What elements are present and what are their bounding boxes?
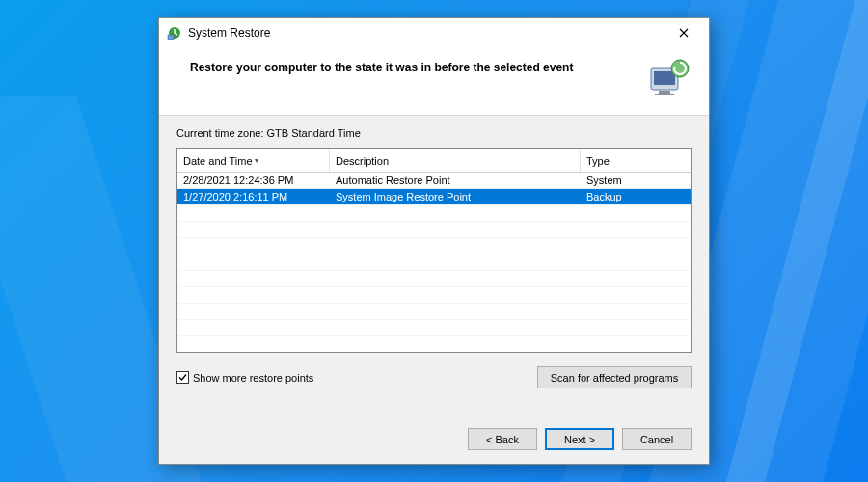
- restore-graphic-icon: [645, 59, 692, 97]
- cell-type: Backup: [581, 191, 691, 202]
- footer-buttons: < Back Next > Cancel: [159, 416, 709, 464]
- table-header: Date and Time ▾ Description Type: [177, 149, 691, 173]
- header-heading: Restore your computer to the state it wa…: [190, 59, 637, 74]
- column-header-date-label: Date and Time: [183, 155, 253, 167]
- table-row[interactable]: 1/27/2020 2:16:11 PM System Image Restor…: [177, 189, 691, 205]
- cell-description: Automatic Restore Point: [330, 174, 581, 186]
- column-header-description[interactable]: Description: [330, 149, 581, 172]
- column-header-type[interactable]: Type: [581, 149, 691, 172]
- checkbox-box: [176, 371, 189, 384]
- svg-rect-5: [655, 94, 674, 95]
- scan-affected-button[interactable]: Scan for affected programs: [537, 366, 692, 388]
- titlebar[interactable]: System Restore: [159, 18, 709, 47]
- below-table-row: Show more restore points Scan for affect…: [176, 366, 692, 388]
- close-button[interactable]: [665, 19, 703, 46]
- back-button[interactable]: < Back: [468, 428, 537, 450]
- sort-descending-icon: ▾: [255, 156, 258, 165]
- column-header-type-label: Type: [586, 155, 610, 167]
- content-area: Current time zone: GTB Standard Time Dat…: [159, 116, 709, 416]
- show-more-checkbox[interactable]: Show more restore points: [176, 371, 313, 384]
- column-header-date[interactable]: Date and Time ▾: [177, 149, 330, 172]
- checkmark-icon: [177, 372, 188, 383]
- svg-rect-3: [654, 71, 675, 85]
- svg-rect-4: [659, 91, 670, 94]
- show-more-label: Show more restore points: [193, 372, 313, 384]
- header-band: Restore your computer to the state it wa…: [159, 47, 709, 116]
- cell-description: System Image Restore Point: [330, 191, 581, 202]
- cancel-button[interactable]: Cancel: [622, 428, 692, 450]
- restore-points-table: Date and Time ▾ Description Type 2/28/20…: [176, 148, 692, 353]
- table-body: 2/28/2021 12:24:36 PM Automatic Restore …: [177, 173, 691, 352]
- cell-date: 2/28/2021 12:24:36 PM: [177, 174, 330, 186]
- svg-rect-1: [168, 35, 174, 40]
- timezone-label: Current time zone: GTB Standard Time: [176, 127, 692, 139]
- system-restore-dialog: System Restore Restore your computer to …: [158, 17, 710, 465]
- cell-date: 1/27/2020 2:16:11 PM: [177, 191, 330, 202]
- next-button[interactable]: Next >: [545, 428, 614, 450]
- close-icon: [679, 28, 689, 38]
- cell-type: System: [581, 174, 691, 186]
- system-restore-icon: [167, 25, 182, 40]
- column-header-description-label: Description: [336, 155, 389, 167]
- table-row[interactable]: 2/28/2021 12:24:36 PM Automatic Restore …: [177, 173, 691, 189]
- window-title: System Restore: [188, 26, 665, 40]
